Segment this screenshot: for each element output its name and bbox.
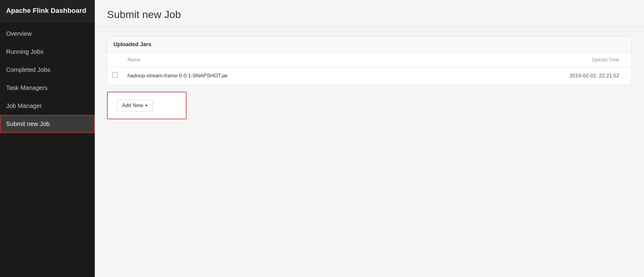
jars-table: Name Upload Time hadoop-stream-frame-0.0… bbox=[107, 53, 631, 84]
page-header: Submit new Job bbox=[95, 0, 644, 27]
sidebar-item-submit-new-job[interactable]: Submit new Job bbox=[0, 115, 95, 133]
jars-table-header: Name Upload Time bbox=[107, 53, 631, 67]
page-body: Uploaded Jars Name Upload Time hadoop-st… bbox=[95, 27, 644, 277]
jars-section-header: Uploaded Jars bbox=[107, 36, 631, 53]
col-checkbox bbox=[107, 53, 123, 67]
add-new-label: Add New bbox=[122, 102, 143, 109]
table-row: hadoop-stream-frame-0.0.1-SNAPSHOT.jar20… bbox=[107, 67, 631, 84]
page-title: Submit new Job bbox=[107, 9, 632, 20]
jars-section: Uploaded Jars Name Upload Time hadoop-st… bbox=[107, 36, 632, 84]
jars-table-body: hadoop-stream-frame-0.0.1-SNAPSHOT.jar20… bbox=[107, 67, 631, 84]
sidebar-item-running-jobs[interactable]: Running Jobs bbox=[0, 43, 95, 61]
jar-name: hadoop-stream-frame-0.0.1-SNAPSHOT.jar bbox=[123, 67, 439, 84]
col-upload-time: Upload Time bbox=[439, 53, 631, 67]
add-new-button[interactable]: Add New + bbox=[117, 100, 153, 111]
jar-upload-time: 2019-02-02, 22:21:52 bbox=[439, 67, 631, 84]
sidebar-item-job-manager[interactable]: Job Manager bbox=[0, 97, 95, 115]
sidebar: Apache Flink Dashboard OverviewRunning J… bbox=[0, 0, 95, 277]
plus-icon: + bbox=[145, 103, 148, 108]
col-name: Name bbox=[123, 53, 439, 67]
sidebar-item-task-managers[interactable]: Task Managers bbox=[0, 79, 95, 97]
sidebar-header: Apache Flink Dashboard bbox=[0, 0, 95, 22]
add-new-area: Add New + bbox=[107, 92, 187, 119]
jars-section-title: Uploaded Jars bbox=[113, 41, 151, 47]
sidebar-item-completed-jobs[interactable]: Completed Jobs bbox=[0, 61, 95, 79]
main-content: Submit new Job Uploaded Jars Name Upload… bbox=[95, 0, 644, 277]
app-title: Apache Flink Dashboard bbox=[6, 7, 86, 14]
sidebar-nav: OverviewRunning JobsCompleted JobsTask M… bbox=[0, 22, 95, 133]
jar-checkbox[interactable] bbox=[112, 72, 118, 78]
sidebar-item-overview[interactable]: Overview bbox=[0, 25, 95, 43]
